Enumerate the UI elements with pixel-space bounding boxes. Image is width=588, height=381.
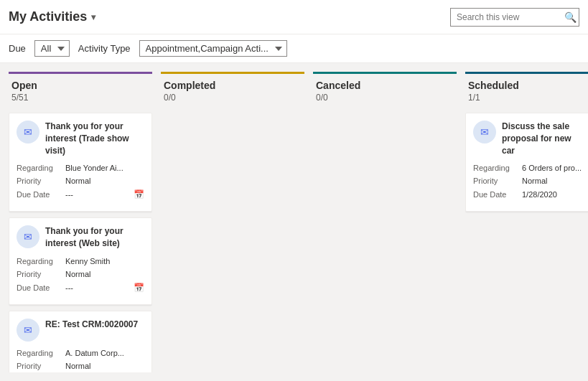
column-header-scheduled: Scheduled1/1 [465,72,588,107]
due-filter-label: Due [9,43,26,54]
card-field-value-priority: Normal [65,270,144,278]
card-field-priority: PriorityNormal [473,177,588,185]
chevron-down-icon[interactable]: ▾ [91,12,95,22]
column-scheduled: Scheduled1/1✉Discuss the sale proposal f… [465,72,588,372]
card-field-label-regarding: Regarding [17,349,65,357]
search-box[interactable]: 🔍 [450,8,579,27]
column-title-open: Open [11,80,149,91]
email-icon: ✉ [17,319,39,342]
kanban-board: Open5/51✉Thank you for your interest (Tr… [0,63,588,381]
card-field-value-regarding: Blue Yonder Ai... [65,164,144,172]
app-header: My Activities ▾ 🔍 [0,0,588,34]
card-field-regarding: Regarding6 Orders of pro... [473,164,588,172]
column-title-scheduled: Scheduled [468,80,588,91]
card-field-label-due-date: Due Date [473,190,522,199]
card-field-label-regarding: Regarding [17,164,65,172]
column-count-open: 5/51 [11,93,149,103]
calendar-icon[interactable]: 📅 [134,189,144,199]
table-row[interactable]: ✉RE: Test CRM:0020007RegardingA. Datum C… [9,311,152,372]
card-title: Thank you for your interest (Trade show … [45,121,144,156]
card-field-value-priority: Normal [65,362,144,370]
card-field-value-due-date: --- [65,283,131,292]
cards-area-canceled [313,113,457,372]
calendar-icon[interactable]: 📅 [134,283,144,293]
card-field-value-priority: Normal [522,177,588,185]
column-completed: Completed0/0 [161,72,304,372]
table-row[interactable]: ✉Discuss the sale proposal for new car🔒R… [465,113,588,212]
filters-bar: Due All Activity Type Appointment,Campai… [0,34,588,63]
cards-area-completed [161,113,304,372]
card-field-regarding: RegardingKenny Smith [17,257,144,265]
card-field-value-regarding: A. Datum Corp... [65,349,144,357]
column-header-completed: Completed0/0 [161,72,304,107]
card-field-label-priority: Priority [17,270,65,278]
table-row[interactable]: ✉Thank you for your interest (Trade show… [9,113,152,212]
search-input[interactable] [457,12,564,22]
search-icon: 🔍 [564,11,577,23]
card-field-label-priority: Priority [17,362,65,370]
card-field-regarding: RegardingBlue Yonder Ai... [17,164,144,172]
card-field-priority: PriorityNormal [17,362,144,370]
column-header-open: Open5/51 [9,72,152,107]
table-row[interactable]: ✉Thank you for your interest (Web site)R… [9,217,152,305]
column-open: Open5/51✉Thank you for your interest (Tr… [9,72,152,372]
column-count-scheduled: 1/1 [468,93,588,103]
email-icon: ✉ [17,225,39,248]
card-field-regarding: RegardingA. Datum Corp... [17,349,144,357]
card-field-value-due-date: --- [65,190,131,199]
card-field-value-regarding: Kenny Smith [65,257,144,265]
header-title-group: My Activities ▾ [9,9,95,24]
card-field-value-priority: Normal [65,177,144,185]
column-title-completed: Completed [164,80,302,91]
column-count-canceled: 0/0 [316,93,454,103]
card-field-due-date: Due Date---📅 [17,189,144,199]
activity-type-filter-select[interactable]: Appointment,Campaign Acti... [139,40,287,57]
card-field-due-date: Due Date1/28/2020📅 [473,189,588,199]
card-title: Discuss the sale proposal for new car [502,121,584,156]
column-count-completed: 0/0 [164,93,302,103]
email-icon: ✉ [473,121,496,144]
page-title: My Activities [9,9,87,24]
card-field-value-due-date: 1/28/2020 [522,190,587,199]
card-field-value-regarding: 6 Orders of pro... [522,164,588,172]
card-field-priority: PriorityNormal [17,177,144,185]
cards-area-scheduled: ✉Discuss the sale proposal for new car🔒R… [465,113,588,372]
activity-type-filter-label: Activity Type [78,43,131,54]
card-field-label-due-date: Due Date [17,190,65,199]
column-title-canceled: Canceled [316,80,454,91]
column-canceled: Canceled0/0 [313,72,457,372]
card-field-due-date: Due Date---📅 [17,283,144,293]
card-field-label-regarding: Regarding [473,164,522,172]
card-field-priority: PriorityNormal [17,270,144,278]
cards-area-open: ✉Thank you for your interest (Trade show… [9,113,152,372]
card-field-label-priority: Priority [17,177,65,185]
card-title: RE: Test CRM:0020007 [45,319,144,331]
column-header-canceled: Canceled0/0 [313,72,457,107]
card-field-label-due-date: Due Date [17,283,65,292]
due-filter-select[interactable]: All [34,40,70,57]
card-title: Thank you for your interest (Web site) [45,225,144,250]
card-field-label-priority: Priority [473,177,522,185]
card-field-label-regarding: Regarding [17,257,65,265]
email-icon: ✉ [17,121,39,144]
